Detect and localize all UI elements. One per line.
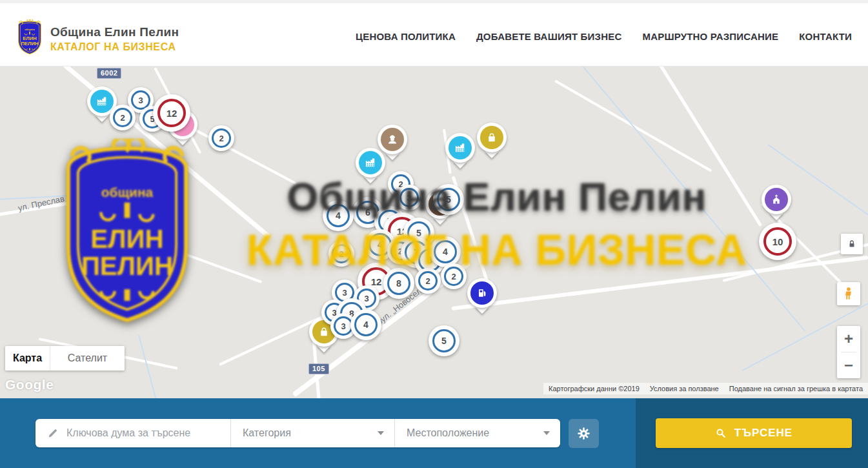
marker-cluster[interactable]: 2 [110, 105, 136, 130]
map-type-map-button[interactable]: Карта [5, 346, 50, 371]
search-panel: Категория Местоположение ТЪРСЕНЕ [0, 398, 868, 468]
cluster-count: 2 [212, 128, 231, 148]
map-type-satellite-button[interactable]: Сателит [50, 346, 125, 371]
keyword-section [35, 419, 231, 447]
cluster-count: 4 [354, 313, 378, 336]
map-road [452, 256, 868, 310]
pegman-icon [841, 286, 856, 301]
category-select[interactable]: Категория [231, 419, 395, 447]
lock-button[interactable] [841, 234, 863, 254]
attribution-text: Картографски данни ©2019 [549, 385, 640, 392]
svg-text:ЕЛИН: ЕЛИН [23, 36, 37, 41]
cluster-count: 10 [763, 227, 792, 256]
marker-cluster[interactable]: 4 [350, 309, 381, 340]
marker-cluster[interactable]: 2 [328, 241, 354, 267]
cluster-count: 8 [387, 272, 410, 295]
nav-item[interactable]: ДОБАВЕТЕ ВАШИЯТ БИЗНЕС [476, 31, 621, 42]
chevron-down-icon [378, 431, 384, 435]
location-value: Местоположение [407, 427, 489, 439]
cluster-count: 2 [113, 108, 132, 127]
cluster-count: 2 [444, 267, 463, 286]
map-pin-factory[interactable] [445, 133, 475, 163]
marker-cluster[interactable]: 8 [383, 268, 414, 299]
shopping-bag-icon [480, 126, 503, 149]
map-road [0, 190, 158, 200]
cluster-count: 2 [418, 271, 438, 290]
marker-cluster[interactable]: 5 [429, 325, 459, 356]
watermark-subtitle: КАТАЛОГ НА БИЗНЕСА [213, 225, 781, 274]
marker-cluster[interactable]: 2 [208, 125, 234, 151]
cluster-count: 2 [332, 244, 351, 263]
fuel-icon [470, 281, 494, 305]
map-canvas[interactable]: ул. Преславбул. „Новоселци“6002105 [0, 66, 868, 398]
cluster-count: 4 [434, 240, 457, 263]
search-button-label: ТЪРСЕНЕ [734, 427, 792, 440]
cluster-count: 12 [157, 99, 186, 127]
marker-cluster[interactable]: 2 [441, 263, 467, 289]
svg-text:ЕЛИН: ЕЛИН [90, 224, 163, 254]
road-number-badge: 6002 [97, 68, 121, 79]
chevron-down-icon [543, 431, 550, 435]
cluster-count: 5 [437, 188, 460, 211]
marker-cluster[interactable]: 5 [433, 184, 464, 215]
marker-cluster[interactable]: 4 [430, 236, 461, 267]
svg-text:община: община [25, 28, 35, 31]
map-road [116, 228, 262, 283]
watermark-title: Община Елин Пелин [213, 174, 781, 219]
factory-icon [449, 136, 472, 159]
svg-text:ПЕЛИН: ПЕЛИН [21, 41, 39, 46]
site-title: Община Елин Пелин [50, 25, 179, 39]
road-number-badge: 105 [308, 363, 329, 374]
search-icon [715, 427, 727, 439]
map-attribution: Картографски данни ©2019Условия за ползв… [543, 383, 868, 394]
map-pin-factory[interactable] [356, 148, 385, 178]
cluster-count: 5 [432, 329, 456, 352]
map-pin-shopping-bag[interactable] [477, 123, 507, 152]
keyword-input[interactable] [66, 427, 230, 439]
marker-cluster[interactable]: 3 [396, 185, 422, 210]
lock-icon [847, 239, 857, 249]
search-button[interactable]: ТЪРСЕНЕ [656, 418, 852, 448]
advanced-settings-button[interactable] [569, 419, 599, 448]
nav-item[interactable]: КОНТАКТИ [799, 31, 852, 42]
main-nav: ЦЕНОВА ПОЛИТИКАДОБАВЕТЕ ВАШИЯТ БИЗНЕСМАР… [356, 3, 852, 70]
map-type-control: Карта Сателит [5, 346, 125, 371]
marker-cluster[interactable]: 2 [415, 268, 441, 294]
map-pin-church[interactable] [762, 185, 791, 214]
search-form: Категория Местоположение [35, 419, 560, 447]
attribution-link[interactable]: Условия за ползване [650, 385, 719, 392]
church-icon [765, 188, 788, 211]
gear-icon [576, 426, 591, 441]
factory-icon [359, 151, 382, 174]
svg-text:ПЕЛИН: ПЕЛИН [81, 251, 173, 281]
marker-cluster[interactable]: 12 [153, 94, 190, 132]
google-logo[interactable]: Google [5, 377, 54, 392]
cluster-count: 4 [327, 204, 350, 227]
attribution-link[interactable]: Подаване на сигнал за грешка в картата [729, 385, 863, 392]
category-value: Категория [243, 427, 291, 439]
pencil-icon [47, 427, 59, 439]
marker-cluster[interactable]: 10 [759, 223, 796, 260]
zoom-control: + − [837, 326, 860, 378]
nav-item[interactable]: МАРШРУТНО РАЗПИСАНИЕ [642, 31, 778, 42]
site-subtitle: КАТАЛОГ НА БИЗНЕСА [50, 41, 179, 53]
emblem-icon: община ЕЛИН ПЕЛИН [15, 19, 44, 56]
site-titles: Община Елин Пелин КАТАЛОГ НА БИЗНЕСА [50, 25, 179, 53]
map-pin-fuel[interactable] [467, 278, 497, 308]
site-logo-emblem[interactable]: община ЕЛИН ПЕЛИН [15, 19, 44, 56]
map-road [0, 183, 185, 217]
factory-icon [90, 90, 114, 113]
page: община ЕЛИН ПЕЛИН Община Елин Пелин КАТА… [0, 0, 868, 468]
zoom-in-button[interactable]: + [837, 326, 860, 352]
zoom-out-button[interactable]: − [837, 352, 860, 378]
cluster-count: 3 [399, 188, 419, 207]
header: община ЕЛИН ПЕЛИН Община Елин Пелин КАТА… [0, 0, 868, 66]
nav-item[interactable]: ЦЕНОВА ПОЛИТИКА [356, 31, 456, 42]
pegman-button[interactable] [837, 282, 860, 305]
marker-cluster[interactable]: 4 [323, 200, 354, 231]
location-select[interactable]: Местоположение [395, 419, 560, 447]
